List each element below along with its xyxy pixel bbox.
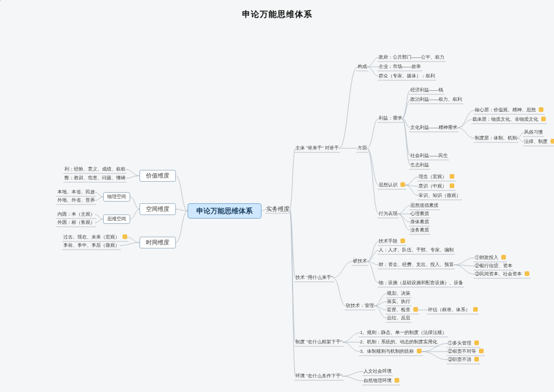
note-icon [539, 107, 543, 112]
note-icon [479, 349, 484, 353]
env-a: 人文社会环境 [363, 368, 392, 375]
system-p1: ①多头管理 [448, 340, 479, 347]
system-c: 3、体制规则与机制的统称 [360, 348, 422, 355]
hard-man: 人：人才、队伍、干部、专家、编制 [379, 247, 454, 254]
note-icon [501, 255, 506, 260]
money-b: ②银行信贷、资本 [475, 263, 512, 270]
hard-thing: 物：设施（基础设施和配套设施）、设备 [379, 279, 463, 287]
note-icon [400, 182, 405, 187]
aspect-thought: 思想认识 [379, 182, 405, 189]
note-icon [474, 357, 479, 362]
behavior-c: 身体素质 [410, 219, 429, 226]
tech: 技术 "用什么来干" [295, 274, 333, 281]
note-icon [123, 234, 127, 239]
cul-sys-a: 风俗习惯 [524, 129, 543, 136]
soft-c-ext: 评估（标准、体系） [428, 306, 478, 313]
space-phys-2: 外地、外省、世界 [57, 197, 95, 204]
note-icon [413, 307, 418, 312]
interest-soc: 社会利益——民生 [410, 152, 448, 159]
system-p3: ③职责不清 [448, 356, 479, 363]
value-li: 利：经验、意义、成绩、权权 [64, 166, 125, 173]
thought-b: 意识（中观） [419, 183, 454, 190]
note-icon [550, 139, 554, 144]
thought-a: 理念（宏观） [419, 173, 454, 180]
tech-hard: 硬技术 [353, 258, 367, 265]
thought-c: 常识、知识（微观） [419, 192, 461, 199]
note-icon [417, 349, 422, 353]
aspect-behavior: 行为表现 [379, 210, 397, 217]
interest-pol: 政治利益——权力、权利 [410, 96, 462, 103]
cul-sys: 制度层：体制、机制 [475, 135, 517, 142]
behavior-b: 心理素质 [410, 210, 429, 217]
interest-eco: 经济利益——钱 [410, 87, 443, 94]
interest-cul: 文化利益——精神需求 [410, 124, 457, 131]
note-icon [525, 271, 529, 276]
soft-c: 监督、检查 [387, 306, 418, 313]
hard-money: 财：资金、经费、支出、投入、预算 [379, 261, 454, 268]
compose-gov: 政府：公共部门——公平、权力 [379, 54, 444, 61]
subject-compose: 构成 [358, 63, 367, 70]
behavior-d: 业务素质 [410, 227, 429, 234]
note-icon [450, 174, 454, 179]
space-mind-2: 外因：标（客观） [57, 219, 95, 226]
time-2: 事前、事中、事后（微观） [63, 242, 120, 249]
note-icon [400, 238, 405, 243]
space-phys-1: 本地、本省、民族 [57, 189, 95, 196]
dim-time: 时间维度 [140, 237, 176, 248]
note-icon [473, 307, 478, 312]
money-c: ③民间资本、社会资本 [475, 271, 529, 278]
subject-aspect: 方面 [358, 145, 367, 152]
cul-sys-b: 法律、制度 [524, 138, 554, 145]
system-a: 1、规则：静态、单一的制度（法律法规） [360, 329, 447, 336]
note-icon [395, 378, 399, 383]
aspect-interest: 利益：需求 [379, 115, 402, 122]
system: 制度 "在什么框架下干" [295, 339, 342, 346]
env-b: 自然地理环境 [363, 377, 399, 384]
note-icon [450, 183, 454, 188]
compose-mass: 群众（专家、媒体）：权利 [379, 73, 435, 80]
compose-ent: 企业：市场——效率 [379, 63, 421, 70]
space-phys: 物理空间 [103, 192, 130, 202]
hard-skill: 技术手段 [379, 238, 405, 245]
cul-carrier: 载体层：物质文化、非物质文化 [473, 116, 546, 123]
dim-value: 价值维度 [140, 170, 176, 182]
system-b: 2、机制：系统的、动态的制度实用化 [360, 339, 437, 346]
center-node: 申论万能思维体系 [188, 203, 261, 219]
time-1: 过去、现在、未来（宏观） [63, 234, 127, 241]
note-icon [541, 117, 546, 121]
money-a: ①财政投入 [475, 254, 506, 261]
note-icon [474, 340, 479, 345]
interest-life: 生态利益 [410, 162, 429, 169]
soft-d: 总结、反思 [387, 315, 410, 322]
connectors-svg [0, 0, 554, 392]
behavior-a: 思想道德素质 [410, 202, 439, 209]
diagram-title: 申论万能思维体系 [0, 9, 554, 20]
soft-b: 落实、执行 [387, 298, 410, 305]
subject: 主体 "谁来干" 对谁干 [295, 145, 339, 152]
value-bi: 弊：教训、危害、问题、情绪 [64, 175, 125, 182]
system-p2: ②权责不对等 [448, 348, 484, 355]
tech-soft: 软技术：管理 [346, 302, 374, 309]
dim-practice: 实务维度 [266, 206, 290, 213]
space-mind: 思维空间 [103, 214, 130, 224]
env: 环境 "在什么条件下干" [295, 373, 342, 380]
space-mind-1: 内因：本（主观） [57, 211, 95, 218]
soft-a: 规划、决策 [387, 290, 410, 297]
dim-space: 空间维度 [140, 203, 176, 215]
cul-core: 核心层：价值观、精神、思想 [475, 107, 543, 114]
